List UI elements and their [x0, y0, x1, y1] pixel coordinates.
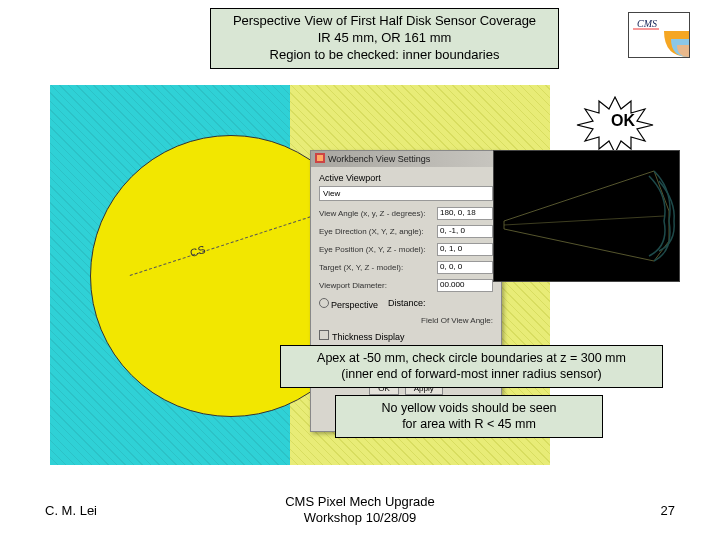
ok-label: OK [611, 112, 635, 130]
dialog-row-fov: Field Of View Angle: [319, 316, 493, 325]
dialog-titlebar: Workbench View Settings [311, 151, 501, 167]
cms-logo: CMS [628, 12, 690, 58]
input-diameter[interactable]: 00.000 [437, 279, 493, 292]
viewport-dropdown[interactable]: View [319, 186, 493, 201]
note-voids-line1: No yellow voids should be seen [344, 400, 594, 416]
footer-page-number: 27 [661, 503, 675, 518]
dialog-group-label: Active Viewport [319, 173, 493, 183]
svg-rect-6 [494, 151, 679, 281]
title-line2: IR 45 mm, OR 161 mm [217, 30, 552, 47]
label-fov: Field Of View Angle: [319, 316, 493, 325]
note-voids-line2: for area with R < 45 mm [344, 416, 594, 432]
title-box: Perspective View of First Half Disk Sens… [210, 8, 559, 69]
dialog-icon [315, 153, 325, 165]
checkbox-thickness[interactable]: Thickness Display [319, 330, 405, 342]
projection-radio-group: Perspective Distance: [319, 298, 493, 310]
note-apex-line2: (inner end of forward-most inner radius … [289, 366, 654, 382]
input-target[interactable]: 0, 0, 0 [437, 261, 493, 274]
label-diameter: Viewport Diameter: [319, 281, 437, 290]
dialog-row-thickness: Thickness Display [319, 330, 493, 342]
label-eye-dir: Eye Direction (X, Y, Z, angle): [319, 227, 437, 236]
dialog-title-text: Workbench View Settings [328, 154, 430, 164]
label-view-angle: View Angle (x, y, Z - degrees): [319, 209, 437, 218]
input-eye-pos[interactable]: 0, 1, 0 [437, 243, 493, 256]
footer-author: C. M. Lei [45, 503, 97, 518]
dark-3d-view [493, 150, 680, 282]
dialog-row-view-angle: View Angle (x, y, Z - degrees): 180, 0, … [319, 207, 493, 220]
footer-center-line2: Workshop 10/28/09 [285, 510, 435, 526]
note-apex: Apex at -50 mm, check circle boundaries … [280, 345, 663, 388]
input-eye-dir[interactable]: 0, -1, 0 [437, 225, 493, 238]
note-voids: No yellow voids should be seen for area … [335, 395, 603, 438]
svg-text:CMS: CMS [637, 18, 657, 29]
title-line1: Perspective View of First Half Disk Sens… [217, 13, 552, 30]
footer-center: CMS Pixel Mech Upgrade Workshop 10/28/09 [285, 494, 435, 527]
dialog-row-diameter: Viewport Diameter: 00.000 [319, 279, 493, 292]
note-apex-line1: Apex at -50 mm, check circle boundaries … [289, 350, 654, 366]
label-distance: Distance: [388, 298, 426, 310]
dialog-row-target: Target (X, Y, Z - model): 0, 0, 0 [319, 261, 493, 274]
input-view-angle[interactable]: 180, 0, 18 [437, 207, 493, 220]
label-eye-pos: Eye Position (X, Y, Z - model): [319, 245, 437, 254]
dialog-row-eye-dir: Eye Direction (X, Y, Z, angle): 0, -1, 0 [319, 225, 493, 238]
view-settings-dialog: Workbench View Settings Active Viewport … [310, 150, 502, 432]
dialog-row-eye-pos: Eye Position (X, Y, Z - model): 0, 1, 0 [319, 243, 493, 256]
footer-center-line1: CMS Pixel Mech Upgrade [285, 494, 435, 510]
radio-perspective[interactable]: Perspective [319, 298, 378, 310]
label-target: Target (X, Y, Z - model): [319, 263, 437, 272]
svg-rect-5 [317, 155, 323, 161]
title-line3: Region to be checked: inner boundaries [217, 47, 552, 64]
